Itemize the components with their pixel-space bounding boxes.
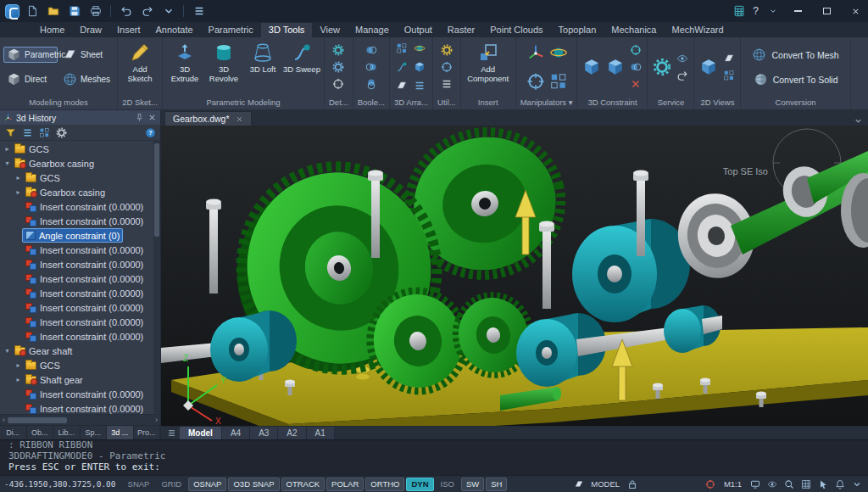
layout-tab[interactable]: A4 xyxy=(222,427,250,439)
ribbon-tab[interactable]: Home xyxy=(32,23,72,37)
service-check-button[interactable] xyxy=(675,51,690,66)
zoom-status-icon[interactable] xyxy=(782,478,796,491)
new-file-button[interactable] xyxy=(23,3,41,20)
status-toggle[interactable]: DYN xyxy=(406,478,433,491)
rotate-manipulator-button[interactable] xyxy=(548,42,570,64)
ribbon-tab[interactable]: Insert xyxy=(109,23,148,37)
redo-button[interactable] xyxy=(138,3,156,20)
ribbon-tab[interactable]: Point Clouds xyxy=(482,23,550,37)
status-toggle[interactable]: O3D SNAP xyxy=(228,478,279,491)
document-list-chevron[interactable] xyxy=(854,116,863,126)
boolean-intersect-button[interactable] xyxy=(364,76,379,92)
utility-button-3[interactable] xyxy=(439,76,454,92)
add-sketch-button[interactable]: Add Sketch xyxy=(121,40,159,94)
convert-to-mesh-button[interactable]: Convert To Mesh xyxy=(744,44,846,66)
layout-tab[interactable]: A2 xyxy=(278,427,306,439)
tree-item[interactable]: ▾Gear shaft xyxy=(0,344,160,358)
3d-sweep-button[interactable]: 3D Sweep xyxy=(283,40,320,94)
help-dropdown-button[interactable] xyxy=(764,3,782,20)
expand-tree-button[interactable] xyxy=(37,126,51,139)
annotation-scale-label[interactable]: M1:1 xyxy=(724,479,742,489)
add-component-button[interactable]: Add Component xyxy=(465,40,512,94)
status-toggle[interactable]: ISO xyxy=(436,478,459,491)
tree-item[interactable]: ▸Gearbox casing xyxy=(0,185,160,199)
layout-tab[interactable]: A1 xyxy=(307,427,335,439)
3d-extrude-button[interactable]: 3D Extrude xyxy=(166,40,203,94)
help-button[interactable] xyxy=(143,126,157,139)
panel-tab[interactable]: Ob... xyxy=(27,426,54,439)
customize-toolbar-button[interactable] xyxy=(190,3,208,20)
tree-item[interactable]: Insert constraint (0.0000) xyxy=(0,199,160,214)
boolean-union-button[interactable] xyxy=(364,42,379,58)
3d-scene-canvas[interactable]: Top SE Iso xyxy=(161,126,868,426)
array-rect-button[interactable] xyxy=(394,41,409,56)
layout-list-icon[interactable] xyxy=(164,427,179,439)
vertical-scrollbar[interactable] xyxy=(153,141,160,414)
status-toggle[interactable]: POLAR xyxy=(326,478,364,491)
ribbon-tab[interactable]: Annotate xyxy=(148,23,201,37)
ribbon-tab[interactable]: Parametric xyxy=(201,23,261,37)
tree-item[interactable]: ▾Gearbox casing xyxy=(0,156,160,171)
status-toggle[interactable]: OTRACK xyxy=(281,478,326,491)
close-button[interactable] xyxy=(843,0,868,22)
tree-item[interactable]: Insert constraint (0.0000) xyxy=(0,214,160,228)
tree-item[interactable]: ▸GCS xyxy=(0,171,160,185)
tree-item[interactable]: Insert constraint (0.0000) xyxy=(0,315,160,329)
panel-settings-button[interactable] xyxy=(54,126,68,139)
array-polar-button[interactable] xyxy=(412,41,427,56)
delete-constraint-button[interactable] xyxy=(628,76,643,92)
panel-tab[interactable]: Sp... xyxy=(81,426,108,439)
array-3d-button[interactable] xyxy=(412,59,427,75)
command-prompt[interactable]: Press ESC or ENTER to exit: xyxy=(8,461,863,472)
array-mirror-button[interactable] xyxy=(394,78,409,93)
status-toggle[interactable]: GRID xyxy=(156,478,186,491)
ribbon-tab[interactable]: Manage xyxy=(348,23,397,37)
model-space-label[interactable]: MODEL xyxy=(591,479,620,489)
3d-loft-button[interactable]: 3D Loft xyxy=(244,40,281,94)
array-align-button[interactable] xyxy=(412,78,427,93)
expander-icon[interactable]: ▾ xyxy=(3,159,12,167)
panel-tab[interactable]: Pro... xyxy=(134,426,161,439)
status-toggle[interactable]: SH xyxy=(486,478,507,491)
scrollbar-thumb[interactable] xyxy=(154,143,159,237)
ribbon-tab[interactable]: View xyxy=(312,23,348,37)
scroll-left-arrow[interactable]: ‹ xyxy=(3,416,5,424)
scroll-right-arrow[interactable]: › xyxy=(155,416,158,424)
pin-icon[interactable] xyxy=(135,113,144,122)
expander-icon[interactable]: ▸ xyxy=(14,188,23,196)
expander-icon[interactable]: ▸ xyxy=(14,376,23,383)
tree-item[interactable]: Insert constraint (0.0000) xyxy=(0,243,160,257)
view-array-button[interactable] xyxy=(721,68,737,83)
status-toggle[interactable]: ORTHO xyxy=(365,478,404,491)
tree-item[interactable]: ▸GCS xyxy=(0,358,160,372)
direct-mode-button[interactable]: Direct xyxy=(3,71,58,87)
panel-tab[interactable]: Lib... xyxy=(53,426,81,439)
save-button[interactable] xyxy=(65,3,83,20)
layout-tab[interactable]: Model xyxy=(180,427,222,439)
tree-item[interactable]: Insert constraint (0.0000) xyxy=(0,401,160,414)
ribbon-tab[interactable]: 3D Tools xyxy=(261,23,313,37)
ribbon-tab[interactable]: Raster xyxy=(440,23,482,37)
expander-icon[interactable]: ▸ xyxy=(3,145,12,153)
command-line-panel[interactable]: : RIBBON RIBBON 3DDRAFTINGMODE0 - Parame… xyxy=(0,439,868,475)
meshes-mode-button[interactable]: Meshes xyxy=(59,71,114,87)
service-update-button[interactable] xyxy=(675,68,690,83)
model-viewport[interactable]: Top SE Iso xyxy=(161,126,868,426)
snap-manipulator-button[interactable] xyxy=(548,70,570,92)
status-menu-chevron[interactable] xyxy=(849,478,864,491)
fix-constraint-button[interactable] xyxy=(581,56,603,78)
detail-tool-button-2[interactable] xyxy=(331,59,346,75)
move-manipulator-button[interactable] xyxy=(525,42,547,64)
group-by-button[interactable] xyxy=(20,126,34,139)
tree-item[interactable]: Insert constraint (0.0000) xyxy=(0,271,160,286)
app-logo[interactable] xyxy=(5,4,19,19)
scrollbar-thumb[interactable] xyxy=(8,417,67,423)
sheet-mode-button[interactable]: Sheet xyxy=(59,47,114,63)
expander-icon[interactable]: ▸ xyxy=(14,361,23,369)
scale-manipulator-button[interactable] xyxy=(525,70,547,92)
ribbon-tab[interactable]: Topoplan xyxy=(551,23,604,37)
expander-icon[interactable]: ▾ xyxy=(3,347,12,355)
grid-display-icon[interactable] xyxy=(798,478,813,491)
tree-item[interactable]: ▸Shaft gear xyxy=(0,372,160,387)
undo-button[interactable] xyxy=(117,3,135,20)
